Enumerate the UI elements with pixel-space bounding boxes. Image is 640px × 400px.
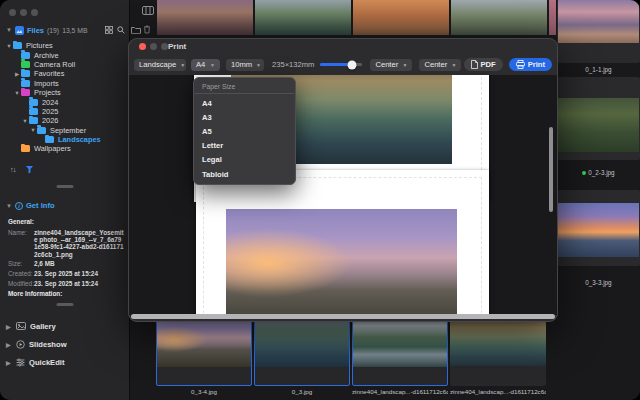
sidebar-item-2024[interactable]: 2024 (0, 97, 129, 106)
close-button[interactable] (9, 9, 16, 16)
close-button[interactable] (139, 43, 146, 50)
chevron-down-icon[interactable]: ▼ (5, 43, 13, 49)
info-field-value: 23. Sep 2025 at 15:24 (34, 270, 98, 277)
panel-item-quickedit[interactable]: ▶QuickEdit (6, 353, 129, 371)
align-horizontal-dropdown[interactable]: Center▼ (370, 59, 412, 71)
pdf-button[interactable]: PDF (464, 58, 503, 71)
thumbnail-filename: 0_3-3.jpg (557, 278, 640, 287)
folder-label: Archive (34, 51, 59, 60)
photo-thumbnail (157, 319, 251, 367)
search-icon[interactable] (117, 26, 125, 34)
filename-text: 0_3-3.jpg (585, 279, 611, 286)
paper-size-dropdown[interactable]: A4▼ (191, 59, 220, 71)
grid-view-icon[interactable] (105, 26, 113, 34)
thumbnail-filename: 0_3-4.jpg (156, 388, 252, 396)
folder-label: Camera Roll (34, 60, 75, 69)
thumbnail-filename: 0_1-1.jpg (557, 65, 640, 74)
folder-icon (21, 70, 30, 77)
paper-size-option-legal[interactable]: Legal (194, 153, 295, 167)
photo-thumbnail[interactable] (558, 0, 639, 43)
sidebar: ▼ Files (19) 13,5 MB ▼PicturesArchiveCam… (0, 0, 130, 400)
trash-icon[interactable] (143, 25, 151, 34)
sidebar-item-archive[interactable]: Archive (0, 50, 129, 59)
library-size: 13,5 MB (62, 27, 87, 34)
info-panel: General: Name:zinne404_landscape_Yosemit… (8, 218, 124, 297)
orientation-dropdown[interactable]: Landscape▼ (134, 59, 186, 71)
scale-slider[interactable] (320, 63, 362, 66)
grid-thumbnail[interactable] (157, 0, 253, 35)
panel-item-slideshow[interactable]: ▶Slideshow (6, 335, 129, 353)
panel-resize-handle[interactable] (56, 185, 73, 188)
minimize-button[interactable] (20, 9, 27, 16)
paper-size-option-letter[interactable]: Letter (194, 139, 295, 153)
folder-label: 2025 (42, 107, 58, 116)
get-info-header[interactable]: ▼ i Get Info (6, 201, 55, 210)
chevron-down-icon: ▼ (256, 62, 261, 68)
sidebar-item-landscapes[interactable]: Landscapes (0, 135, 129, 144)
grid-thumbnail[interactable] (549, 0, 556, 35)
new-folder-icon[interactable] (131, 26, 141, 34)
preview-horizontal-scrollbar[interactable] (131, 314, 555, 319)
files-app-icon (15, 26, 24, 35)
grid-thumbnail[interactable] (451, 0, 547, 35)
slider-knob[interactable] (348, 60, 357, 69)
panel-resize-handle[interactable] (56, 303, 73, 306)
grid-thumbnail[interactable] (255, 0, 351, 35)
sidebar-item-favorites[interactable]: ▶Favorites (0, 69, 129, 78)
grid-thumbnail[interactable] (353, 0, 449, 35)
sort-icon[interactable]: ↑↓ (10, 165, 16, 174)
info-field-key: Size: (8, 260, 34, 267)
chevron-down-icon[interactable]: ▼ (6, 27, 12, 33)
filmstrip-thumbnail[interactable] (450, 318, 546, 386)
chevron-right-icon: ▶ (6, 359, 12, 366)
margin-dropdown[interactable]: 10mm▼ (226, 59, 264, 71)
preview-page-2 (196, 170, 489, 315)
sidebar-item-2025[interactable]: 2025 (0, 107, 129, 116)
minimize-button[interactable] (150, 43, 157, 50)
photo-thumbnail[interactable] (558, 203, 639, 257)
chevron-down-icon[interactable]: ▼ (29, 127, 37, 133)
chevron-down-icon[interactable]: ▼ (13, 90, 21, 96)
filmstrip-thumbnail[interactable] (254, 318, 350, 386)
zoom-button[interactable] (31, 9, 38, 16)
sidebar-item-wallpapers[interactable]: Wallpapers (0, 144, 129, 153)
folder-label: Wallpapers (34, 144, 71, 153)
photo-thumbnail (450, 318, 546, 366)
filmstrip-thumbnail[interactable] (352, 318, 448, 386)
folder-label: Landscapes (58, 135, 101, 144)
chevron-down-icon[interactable]: ▼ (21, 118, 29, 124)
paper-size-option-tabloid[interactable]: Tabloid (194, 167, 295, 181)
sort-toolbar: ↑↓ (10, 165, 34, 174)
print-button[interactable]: Print (509, 58, 552, 71)
sidebar-item-september[interactable]: ▼September (0, 126, 129, 135)
paper-size-option-a4[interactable]: A4 (194, 96, 295, 110)
chevron-right-icon[interactable]: ▶ (13, 71, 21, 77)
gallery-view-icon[interactable] (142, 6, 154, 15)
paper-size-option-a5[interactable]: A5 (194, 124, 295, 138)
filename-text: 0_1-1.jpg (585, 66, 611, 73)
sidebar-item-pictures[interactable]: ▼Pictures (0, 41, 129, 50)
sidebar-item-2026[interactable]: ▼2026 (0, 116, 129, 125)
folder-icon (45, 136, 54, 143)
filename-text: 0_2-3.jpg (588, 169, 614, 176)
more-info-header: More Information: (8, 290, 124, 297)
folder-tree: ▼PicturesArchiveCamera Roll▶FavoritesImp… (0, 41, 129, 154)
folder-icon (37, 127, 46, 134)
paper-size-menu: Paper Size A4A3A5LetterLegalTabloid (193, 77, 296, 185)
window-controls (9, 9, 38, 16)
paper-size-option-a3[interactable]: A3 (194, 110, 295, 124)
library-title: Files (27, 26, 44, 35)
sidebar-item-projects[interactable]: ▼Projects (0, 88, 129, 97)
sidebar-item-imports[interactable]: Imports (0, 79, 129, 88)
app-window: 0_1-1.jpg0_2-3.jpg0_3-3.jpg 0_3-4.jpg0_3… (0, 0, 640, 400)
panel-item-gallery[interactable]: ▶Gallery (6, 317, 129, 335)
photo-thumbnail[interactable] (558, 98, 639, 152)
sidebar-item-camera-roll[interactable]: Camera Roll (0, 60, 129, 69)
filmstrip-thumbnail[interactable] (156, 318, 252, 386)
zoom-button[interactable] (161, 43, 168, 50)
info-field-row: Created:23. Sep 2025 at 15:24 (8, 270, 124, 277)
smart-filter-icon[interactable] (25, 165, 34, 174)
preview-vertical-scrollbar[interactable] (549, 127, 553, 212)
folder-icon (21, 80, 30, 87)
align-vertical-dropdown[interactable]: Center▼ (419, 59, 461, 71)
